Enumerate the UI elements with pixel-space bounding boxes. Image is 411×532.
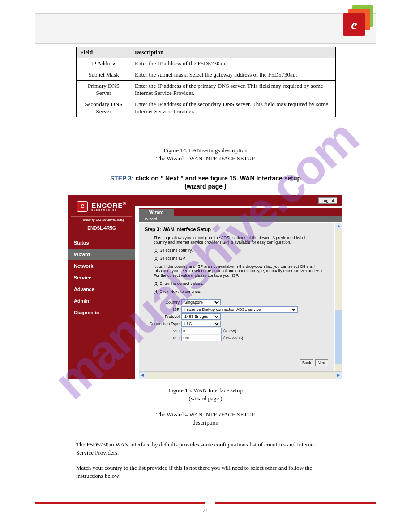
sidebar-item-status[interactable]: Status	[68, 237, 135, 249]
sidebar-item-wizard[interactable]: Wizard	[68, 249, 135, 260]
scroll-thumb[interactable]	[335, 310, 342, 364]
table-cell-desc: Enter the IP address of the F5D5730au.	[131, 58, 336, 69]
figure-caption-14: Figure 14. LAN settings description	[0, 147, 411, 154]
vpi-hint: (0-255)	[223, 329, 236, 333]
content-note: Note: If the country and ISP are not ava…	[154, 264, 324, 278]
section-title-wan-desc: The Wizard – WAN INTERFACE SETUP	[0, 411, 411, 418]
label-vpi: VPI	[145, 329, 180, 333]
protocol-select[interactable]: 1483 Bridged	[181, 313, 221, 320]
body-paragraph-2: Match your country to the list provided …	[76, 464, 327, 480]
table-row: IP Address Enter the IP address of the F…	[77, 58, 336, 69]
isp-select[interactable]: Infoserve Dial-up connection ADSL servic…	[181, 306, 298, 313]
formrow-vci: VCI (32-65535)	[145, 335, 329, 341]
section-title-wan-desc-2: description	[0, 419, 411, 426]
back-button[interactable]: Back	[300, 359, 313, 366]
label-protocol: Protocol	[145, 314, 180, 319]
scroll-right-arrow-icon[interactable]: ▶	[335, 372, 342, 379]
router-subtab[interactable]: Wizard	[139, 216, 342, 222]
logo-layer-red: e	[343, 13, 365, 36]
formrow-conn: Connection Type LLC	[145, 321, 329, 327]
label-vci: VCI	[145, 336, 180, 340]
table-cell-desc: Enter the IP address of the primary DNS …	[131, 81, 336, 99]
router-brand: e ENCORE® ELECTRONICS	[68, 195, 135, 215]
scroll-left-arrow-icon[interactable]: ◀	[139, 372, 146, 379]
content-intro: This page allows you to configure the AD…	[154, 236, 319, 245]
table-cell-desc: Enter the subnet mask. Select the gatewa…	[131, 69, 336, 81]
table-cell-field: Subnet Mask	[77, 69, 131, 81]
figure-caption-15b: (wizard page )	[0, 395, 411, 402]
table-cell-field: Primary DNS Server	[77, 81, 131, 99]
table-cell-field: IP Address	[77, 58, 131, 69]
vci-input[interactable]	[181, 335, 222, 341]
router-topbar: Logout	[135, 195, 342, 206]
footer-divider-right	[215, 502, 376, 504]
formrow-protocol: Protocol 1483 Bridged	[145, 313, 329, 320]
sidebar-item-admin[interactable]: Admin	[68, 295, 135, 307]
lan-settings-table: Field Description IP Address Enter the I…	[76, 47, 336, 117]
nav-buttons: Back Next	[299, 359, 328, 366]
router-tagline: — Making Connections Easy	[71, 216, 132, 223]
sidebar-item-diagnostic[interactable]: Diagnostic	[68, 307, 135, 318]
router-tabbar: Wizard	[139, 208, 342, 216]
router-ui-screenshot: e ENCORE® ELECTRONICS — Making Connectio…	[68, 195, 342, 379]
encore-wordmark: ENCORE® ELECTRONICS	[91, 201, 126, 212]
brand-logo: e	[339, 5, 373, 39]
router-content: Step 3: WAN Interface Setup This page al…	[139, 223, 334, 371]
figure-caption-15: Figure 15. WAN Interface setup	[0, 387, 411, 394]
scroll-up-arrow-icon[interactable]: ▲	[335, 223, 342, 229]
logout-button[interactable]: Logout	[318, 197, 337, 204]
sidebar-item-advance[interactable]: Advance	[68, 283, 135, 295]
header-banner	[35, 13, 376, 44]
content-step-3: (3) Enter the correct values.	[154, 281, 329, 286]
content-step-2: (2) Select the ISP.	[154, 256, 329, 261]
section-title-wan: The Wizard – WAN INTERFACE SETUP	[0, 155, 411, 162]
vpi-input[interactable]	[181, 328, 222, 334]
table-row: Primary DNS Server Enter the IP address …	[77, 81, 336, 99]
sidebar-item-network[interactable]: Network	[68, 260, 135, 272]
page-number: 21	[0, 507, 411, 514]
encore-logo-icon: e	[77, 201, 88, 212]
tab-wizard[interactable]: Wizard	[139, 209, 174, 216]
table-header-desc: Description	[131, 47, 336, 58]
table-row: Secondary DNS Server Enter the IP addres…	[77, 99, 336, 117]
formrow-isp: ISP Infoserve Dial-up connection ADSL se…	[145, 306, 329, 313]
vertical-scrollbar[interactable]: ▲	[335, 223, 342, 371]
formrow-vpi: VPI (0-255)	[145, 328, 329, 334]
sidebar-item-service[interactable]: Service	[68, 272, 135, 283]
router-sidebar: e ENCORE® ELECTRONICS — Making Connectio…	[68, 195, 135, 379]
table-header-field: Field	[77, 47, 131, 58]
country-select[interactable]: Singapore	[181, 299, 221, 305]
footer-divider-left	[35, 502, 205, 504]
table-row: Subnet Mask Enter the subnet mask. Selec…	[77, 69, 336, 81]
label-conn: Connection Type	[145, 322, 180, 326]
label-country: Country	[145, 300, 180, 305]
body-paragraph-1: The F5D5730au WAN interface by defaults …	[76, 441, 327, 457]
conn-type-select[interactable]: LLC	[181, 321, 221, 327]
content-step-1: (1) Select the country.	[154, 248, 329, 253]
label-isp: ISP	[145, 307, 180, 312]
vci-hint: (32-65535)	[223, 336, 243, 340]
next-button[interactable]: Next	[315, 359, 328, 366]
content-step-4: (4) Click 'Next' to continue.	[154, 289, 329, 294]
router-model: ENDSL-4R5G	[68, 226, 135, 231]
step-instruction-sub: (wizard page )	[0, 183, 411, 190]
table-cell-desc: Enter the IP address of the secondary DN…	[131, 99, 336, 117]
step-instruction: STEP 3: click on " Next " and see figure…	[0, 175, 411, 182]
horizontal-scrollbar[interactable]: ◀ ▶	[139, 371, 342, 379]
content-heading: Step 3: WAN Interface Setup	[145, 227, 329, 232]
table-cell-field: Secondary DNS Server	[77, 99, 131, 117]
formrow-country: Country Singapore	[145, 299, 329, 305]
